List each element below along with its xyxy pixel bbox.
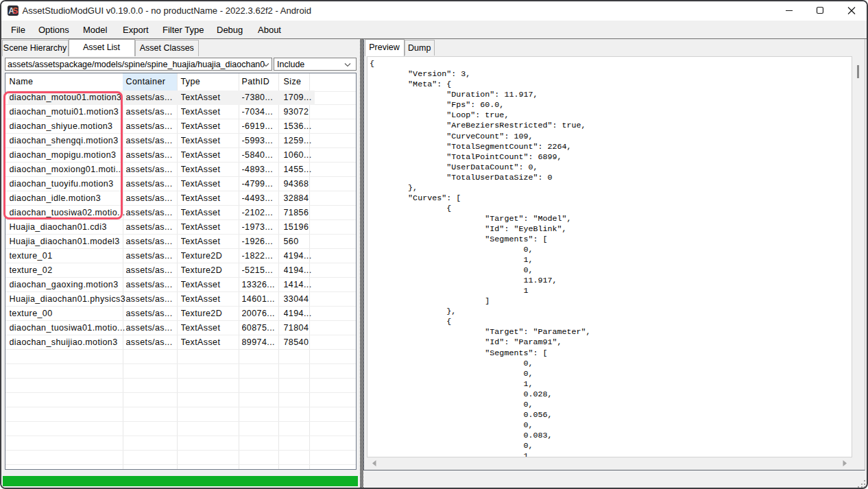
svg-text:S: S [12, 6, 18, 16]
